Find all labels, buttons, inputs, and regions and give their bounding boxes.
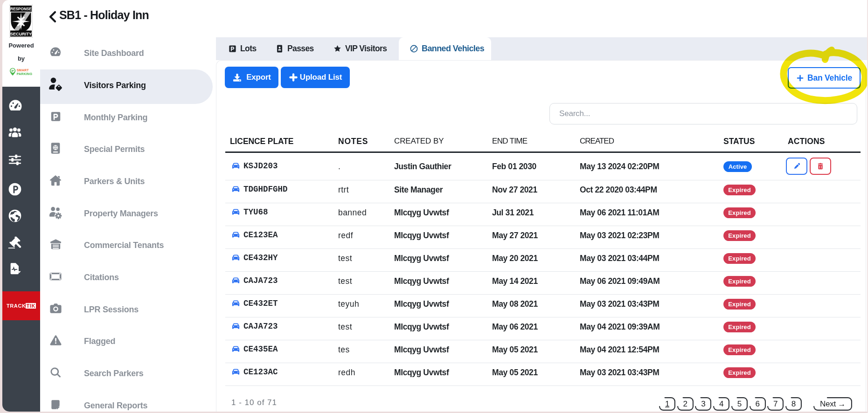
svg-text:PARKING: PARKING — [17, 72, 33, 76]
svg-text:SMART: SMART — [17, 69, 29, 72]
svg-text:P: P — [11, 69, 14, 73]
svg-text:SECURITY: SECURITY — [10, 32, 32, 36]
svg-text:RESPONSE: RESPONSE — [10, 7, 32, 11]
